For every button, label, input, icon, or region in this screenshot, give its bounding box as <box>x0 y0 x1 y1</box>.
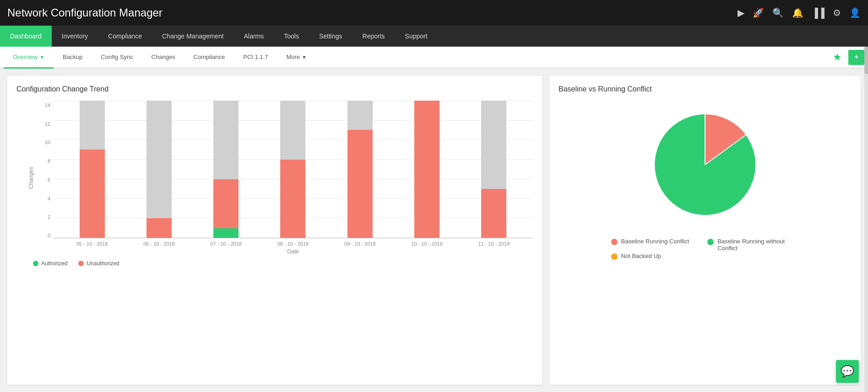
nav-tools[interactable]: Tools <box>274 26 309 47</box>
bars-area: 05 - 10 - 2018 06 - 10 - 2018 07 - 10 - … <box>53 101 533 255</box>
bar-empty-1 <box>80 101 105 150</box>
app-title: Network Configuration Manager <box>7 6 163 19</box>
bar-stack-4 <box>280 101 305 238</box>
columns-icon[interactable]: ▐▐ <box>812 8 825 18</box>
bar-stack-2 <box>146 101 172 238</box>
chart-content: 0 2 4 6 8 10 12 14 <box>39 101 533 255</box>
bar-col-1 <box>80 101 105 238</box>
y-tick-4: 4 <box>48 196 50 201</box>
pie-label-conflict: Baseline Running Conflict <box>621 238 689 245</box>
pie-dot-not-backed <box>611 253 618 260</box>
y-tick-6: 6 <box>48 177 50 183</box>
legend-unauthorized: Unauthorized <box>78 260 119 267</box>
subnav-more[interactable]: More ▼ <box>277 47 316 69</box>
pie-legend-left: Baseline Running Conflict Not Backed Up <box>611 238 689 260</box>
user-icon[interactable]: 👤 <box>849 7 861 18</box>
pie-legend-right: Baseline Running without Conflict <box>707 238 799 252</box>
subnav-config-sync[interactable]: Config Sync <box>92 47 142 69</box>
bell-icon[interactable]: 🔔 <box>792 7 803 18</box>
bar-chart-card: Configuration Change Trend Changes 0 2 4… <box>7 76 542 385</box>
x-label-7: 11 - 10 - 2018 <box>461 241 527 247</box>
pie-dot-conflict <box>611 239 618 245</box>
main-nav: Dashboard Inventory Compliance Change Ma… <box>0 26 868 47</box>
y-tick-8: 8 <box>48 158 50 164</box>
bar-stack-1 <box>80 101 105 238</box>
legend-authorized: Authorized <box>33 260 67 267</box>
subnav-backup[interactable]: Backup <box>54 47 92 69</box>
nav-dashboard[interactable]: Dashboard <box>0 26 52 47</box>
overview-chevron: ▼ <box>39 54 44 60</box>
nav-support[interactable]: Support <box>395 26 438 47</box>
legend-dot-authorized <box>33 261 38 266</box>
bar-empty-7 <box>481 101 506 189</box>
bar-col-7 <box>481 101 506 238</box>
y-tick-12: 12 <box>45 121 50 127</box>
star-button[interactable]: ★ <box>828 51 846 63</box>
y-tick-0: 0 <box>48 233 50 238</box>
x-labels: 05 - 10 - 2018 06 - 10 - 2018 07 - 10 - … <box>53 238 533 247</box>
bar-unauthorized-2 <box>146 218 172 238</box>
bar-authorized-3 <box>213 228 239 238</box>
bar-col-2 <box>146 101 172 238</box>
x-label-2: 06 - 10 - 2018 <box>125 241 192 247</box>
bar-unauthorized-3 <box>213 179 239 228</box>
pie-label-no-conflict: Baseline Running without Conflict <box>717 238 799 252</box>
bar-unauthorized-5 <box>347 130 373 238</box>
y-ticks: 0 2 4 6 8 10 12 14 <box>39 101 53 255</box>
legend-dot-unauthorized <box>78 261 84 266</box>
bar-stack-5 <box>347 101 373 238</box>
nav-inventory[interactable]: Inventory <box>52 26 98 47</box>
x-label-4: 08 - 10 - 2018 <box>260 241 326 247</box>
top-icons: ▶ 🚀 🔍 🔔 ▐▐ ⚙ 👤 <box>738 7 861 18</box>
subnav-compliance[interactable]: Compliance <box>184 47 234 69</box>
bar-empty-3 <box>213 101 239 179</box>
search-icon[interactable]: 🔍 <box>772 7 784 18</box>
pie-legend-not-backed: Not Backed Up <box>611 252 689 260</box>
top-bar: Network Configuration Manager ▶ 🚀 🔍 🔔 ▐▐… <box>0 0 868 26</box>
bar-col-3 <box>213 101 239 238</box>
x-label-3: 07 - 10 - 2018 <box>193 241 260 247</box>
nav-alarms[interactable]: Alarms <box>234 26 274 47</box>
bar-col-4 <box>280 101 305 238</box>
content-area: Configuration Change Trend Changes 0 2 4… <box>0 69 868 392</box>
gear-icon[interactable]: ⚙ <box>833 7 841 18</box>
subnav-pci[interactable]: PCI 1.1.7 <box>234 47 277 69</box>
nav-change-management[interactable]: Change Management <box>152 26 234 47</box>
nav-reports[interactable]: Reports <box>353 26 395 47</box>
chat-button[interactable]: 💬 <box>836 360 859 383</box>
chart-wrapper: Changes 0 2 4 6 8 10 12 14 <box>16 101 533 255</box>
x-label-1: 05 - 10 - 2018 <box>59 241 125 247</box>
nav-settings[interactable]: Settings <box>309 26 353 47</box>
subnav-overview[interactable]: Overview ▼ <box>4 47 54 69</box>
bar-empty-2 <box>146 101 172 218</box>
bar-empty-5 <box>347 101 373 130</box>
pie-legend-no-conflict: Baseline Running without Conflict <box>707 238 799 252</box>
pie-chart-title: Baseline vs Running Conflict <box>559 85 852 93</box>
legend-label-unauthorized: Unauthorized <box>87 260 119 267</box>
subnav-changes[interactable]: Changes <box>142 47 184 69</box>
pie-svg <box>641 101 769 229</box>
bar-unauthorized-6 <box>414 101 439 238</box>
rocket-icon[interactable]: 🚀 <box>753 7 764 18</box>
bar-chart-legend: Authorized Unauthorized <box>16 260 533 267</box>
scroll-indicator[interactable] <box>864 47 868 392</box>
more-chevron: ▼ <box>302 54 307 60</box>
y-tick-14: 14 <box>45 102 50 108</box>
bar-chart-title: Configuration Change Trend <box>16 85 533 93</box>
sub-nav: Overview ▼ Backup Config Sync Changes Co… <box>0 47 868 69</box>
add-dashboard-button[interactable]: + <box>848 50 864 65</box>
nav-compliance[interactable]: Compliance <box>98 26 152 47</box>
bar-empty-4 <box>280 101 305 160</box>
pie-area: Baseline Running Conflict Not Backed Up … <box>559 101 852 260</box>
y-tick-2: 2 <box>48 214 50 220</box>
bar-unauthorized-7 <box>481 189 506 238</box>
x-label-6: 10 - 10 - 2018 <box>393 241 460 247</box>
bar-stack-3 <box>213 101 239 238</box>
bars-inner <box>53 101 533 238</box>
bar-unauthorized-4 <box>280 160 305 238</box>
bar-col-5 <box>347 101 373 238</box>
legend-label-authorized: Authorized <box>41 260 67 267</box>
monitor-icon[interactable]: ▶ <box>738 7 744 18</box>
bar-col-6 <box>414 101 439 238</box>
pie-dot-no-conflict <box>707 239 714 245</box>
